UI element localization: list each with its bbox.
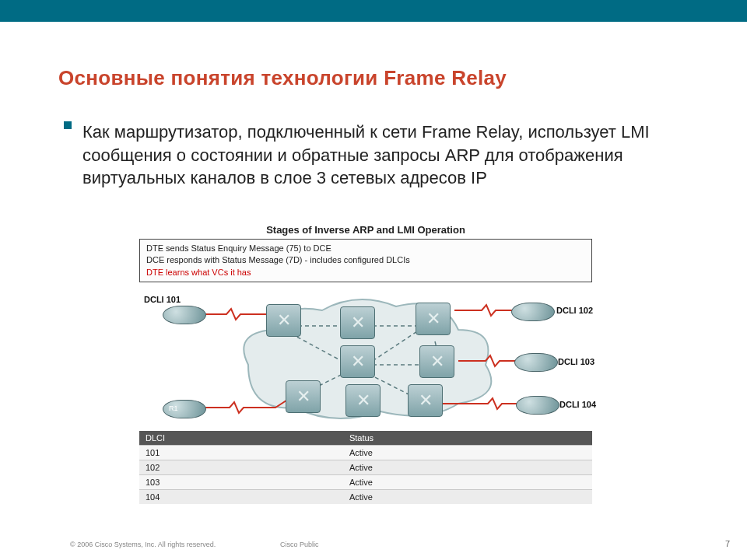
- switch-icon: [408, 384, 443, 417]
- table-header-row: DLCI Status: [139, 431, 592, 446]
- figure: Stages of Inverse ARP and LMI Operation …: [139, 224, 592, 502]
- network-diagram: R1 DCLI 101 DCLI 102 DCLI 103 DCLI 104: [139, 287, 592, 431]
- switch-icon: [345, 384, 381, 417]
- table-row: 102 Active: [139, 460, 592, 475]
- footer-copyright: © 2006 Cisco Systems, Inc. All rights re…: [70, 541, 216, 548]
- dlci-status-table: DLCI Status 101 Active 102 Active 103 Ac…: [139, 431, 592, 504]
- switch-icon: [340, 306, 375, 339]
- th-dlci: DLCI: [139, 431, 343, 446]
- table-row: 101 Active: [139, 446, 592, 460]
- cell-dlci: 104: [139, 490, 343, 505]
- message-box: DTE sends Status Enquiry Message (75) to…: [139, 239, 592, 282]
- slide-body: Как маршрутизатор, подключенный к сети F…: [64, 121, 694, 190]
- cell-dlci: 103: [139, 475, 343, 490]
- cell-status: Active: [343, 475, 592, 490]
- top-stripe: [0, 0, 747, 22]
- router-icon: [514, 353, 558, 372]
- msg-line-1: DTE sends Status Enquiry Message (75) to…: [146, 243, 585, 254]
- th-status: Status: [343, 431, 592, 446]
- cell-dlci: 101: [139, 446, 343, 460]
- router-icon: [511, 303, 555, 321]
- router-icon: R1: [163, 400, 206, 418]
- switch-icon: [266, 304, 301, 337]
- dlci-104-label: DCLI 104: [559, 400, 596, 409]
- slide-title: Основные понятия технологии Frame Relay: [58, 66, 507, 90]
- cell-status: Active: [343, 446, 592, 460]
- cell-status: Active: [343, 460, 592, 475]
- dlci-103-label: DCLI 103: [558, 357, 594, 366]
- footer-center: Cisco Public: [280, 541, 319, 548]
- page-number: 7: [725, 539, 730, 548]
- switch-icon: [416, 303, 451, 335]
- msg-line-3: DTE learns what VCs it has: [146, 267, 585, 278]
- body-paragraph: Как маршрутизатор, подключенный к сети F…: [82, 121, 694, 190]
- msg-line-2: DCE responds with Status Message (7D) - …: [146, 254, 585, 266]
- switch-icon: [286, 380, 321, 413]
- router-icon: [163, 306, 206, 324]
- figure-caption: Stages of Inverse ARP and LMI Operation: [139, 224, 592, 236]
- dlci-101-label: DCLI 101: [144, 295, 181, 304]
- router-icon: [516, 396, 559, 415]
- dlci-102-label: DCLI 102: [556, 306, 593, 315]
- cell-dlci: 102: [139, 460, 343, 475]
- table-row: 103 Active: [139, 475, 592, 490]
- table-row: 104 Active: [139, 490, 592, 505]
- cell-status: Active: [343, 490, 592, 505]
- switch-icon: [340, 345, 375, 378]
- r1-label: R1: [169, 404, 178, 412]
- switch-icon: [419, 345, 454, 378]
